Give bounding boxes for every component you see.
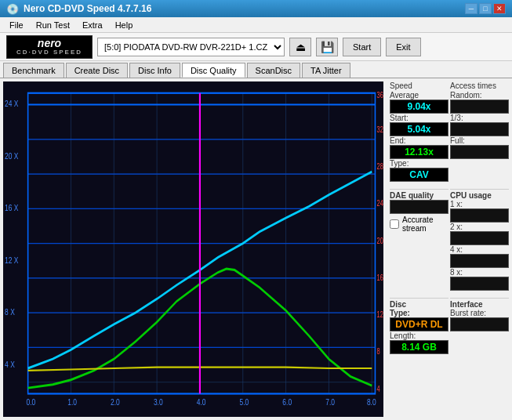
- start-button[interactable]: Start: [343, 38, 381, 56]
- save-icon-button[interactable]: 💾: [316, 38, 338, 56]
- minimize-button[interactable]: ─: [465, 3, 478, 14]
- menubar: File Run Test Extra Help: [0, 17, 512, 33]
- length-value: 8.14 GB: [390, 340, 448, 354]
- type-value: CAV: [390, 168, 448, 182]
- x1-value: [450, 208, 509, 223]
- svg-text:12: 12: [377, 310, 383, 320]
- burst-label: Burst rate:: [450, 309, 509, 317]
- titlebar: 💿 Nero CD-DVD Speed 4.7.7.16 ─ □ ✕: [0, 0, 512, 17]
- right-panel: Speed Average 9.04x Start: 5.04x End: 12…: [387, 78, 512, 420]
- tab-benchmark[interactable]: Benchmark: [3, 63, 64, 78]
- svg-text:3.0: 3.0: [154, 397, 163, 407]
- speed-title: Speed: [390, 81, 448, 90]
- svg-text:16: 16: [377, 273, 383, 283]
- svg-text:4 X: 4 X: [5, 359, 15, 369]
- svg-text:2.0: 2.0: [111, 397, 120, 407]
- tab-disc-info[interactable]: Disc Info: [129, 63, 180, 78]
- svg-text:4: 4: [377, 384, 380, 393]
- menu-extra[interactable]: Extra: [76, 19, 109, 31]
- speed-section: Speed Average 9.04x Start: 5.04x End: 12…: [390, 81, 448, 182]
- menu-runtest[interactable]: Run Test: [30, 19, 76, 31]
- end-label: End:: [390, 136, 448, 145]
- app-icon: 💿: [6, 3, 19, 15]
- disc-section: DiscType: DVD+R DL Length: 8.14 GB: [390, 295, 448, 354]
- type-label: Type:: [390, 159, 448, 168]
- start-label: Start:: [390, 114, 448, 122]
- svg-text:16 X: 16 X: [5, 203, 18, 213]
- one-third-value: [450, 122, 509, 136]
- svg-text:0.0: 0.0: [27, 397, 36, 407]
- x4-label: 4 x:: [450, 245, 509, 254]
- random-value: [450, 100, 509, 114]
- access-title: Access times: [450, 81, 509, 90]
- svg-text:1.0: 1.0: [67, 397, 77, 407]
- menu-help[interactable]: Help: [109, 19, 140, 31]
- x8-value: [450, 277, 509, 291]
- svg-text:20 X: 20 X: [5, 151, 18, 161]
- full-label: Full:: [450, 136, 509, 145]
- accurate-stream-checkbox[interactable]: [390, 219, 399, 229]
- chart-svg: 24 X 20 X 16 X 12 X 8 X 4 X 36 32 28 24 …: [3, 81, 383, 417]
- dae-title: DAE quality: [390, 189, 448, 200]
- cpu-title: CPU usage: [450, 189, 509, 200]
- x4-value: [450, 254, 509, 268]
- svg-text:32: 32: [377, 125, 383, 135]
- full-value: [450, 145, 509, 159]
- cpu-section: CPU usage 1 x: 2 x: 4 x: 8 x:: [450, 186, 509, 291]
- average-value: 9.04x: [390, 100, 448, 114]
- svg-text:12 X: 12 X: [5, 255, 18, 265]
- svg-text:7.0: 7.0: [325, 397, 335, 407]
- disc-type-title: DiscType:: [390, 298, 448, 317]
- menu-file[interactable]: File: [3, 19, 30, 31]
- x1-label: 1 x:: [450, 200, 509, 208]
- end-value: 12.13x: [390, 145, 448, 159]
- close-button[interactable]: ✕: [493, 3, 506, 14]
- x2-value: [450, 231, 509, 245]
- svg-text:36: 36: [377, 90, 383, 100]
- start-value: 5.04x: [390, 122, 448, 136]
- access-section: Access times Random: 1/3: Full:: [450, 81, 509, 182]
- random-label: Random:: [450, 91, 509, 100]
- tab-create-disc[interactable]: Create Disc: [66, 63, 128, 78]
- svg-text:24 X: 24 X: [5, 99, 18, 109]
- disc-type-value: DVD+R DL: [390, 317, 448, 331]
- accurate-stream-row: Accuratestream: [390, 215, 448, 233]
- chart-area: 24 X 20 X 16 X 12 X 8 X 4 X 36 32 28 24 …: [3, 81, 383, 417]
- tab-disc-quality[interactable]: Disc Quality: [182, 63, 245, 78]
- tab-ta-jitter[interactable]: TA Jitter: [302, 63, 350, 78]
- interface-section: Interface Burst rate:: [450, 295, 509, 354]
- eject-icon-button[interactable]: ⏏: [289, 38, 311, 56]
- drive-select[interactable]: [5:0] PIODATA DVD-RW DVR-221D+ 1.CZ: [97, 38, 285, 56]
- x8-label: 8 x:: [450, 268, 509, 277]
- dae-value: [390, 200, 448, 214]
- tab-scandisc[interactable]: ScanDisc: [247, 63, 300, 78]
- main-content: 24 X 20 X 16 X 12 X 8 X 4 X 36 32 28 24 …: [0, 78, 512, 420]
- exit-button[interactable]: Exit: [386, 38, 420, 56]
- maximize-button[interactable]: □: [479, 3, 492, 14]
- accurate-label: Accuratestream: [402, 215, 433, 233]
- svg-text:8.0: 8.0: [367, 397, 376, 407]
- window-controls: ─ □ ✕: [465, 3, 506, 14]
- svg-text:4.0: 4.0: [197, 397, 206, 407]
- dae-section: DAE quality Accuratestream: [390, 186, 448, 291]
- length-label: Length:: [390, 331, 448, 340]
- app-title: Nero CD-DVD Speed 4.7.7.16: [24, 3, 465, 14]
- svg-text:20: 20: [377, 236, 383, 245]
- svg-text:8 X: 8 X: [5, 307, 15, 317]
- average-label: Average: [390, 91, 448, 100]
- toolbar: nero CD·DVD SPEED [5:0] PIODATA DVD-RW D…: [0, 33, 512, 61]
- x2-label: 2 x:: [450, 223, 509, 231]
- svg-text:8: 8: [377, 347, 380, 357]
- interface-title: Interface: [450, 298, 509, 309]
- svg-text:5.0: 5.0: [240, 397, 249, 407]
- burst-value: [450, 317, 509, 331]
- svg-text:6.0: 6.0: [282, 397, 292, 407]
- svg-text:24: 24: [377, 199, 383, 208]
- nero-logo: nero CD·DVD SPEED: [6, 35, 93, 59]
- one-third-label: 1/3:: [450, 114, 509, 122]
- tabs: Benchmark Create Disc Disc Info Disc Qua…: [0, 61, 512, 78]
- svg-text:28: 28: [377, 162, 383, 172]
